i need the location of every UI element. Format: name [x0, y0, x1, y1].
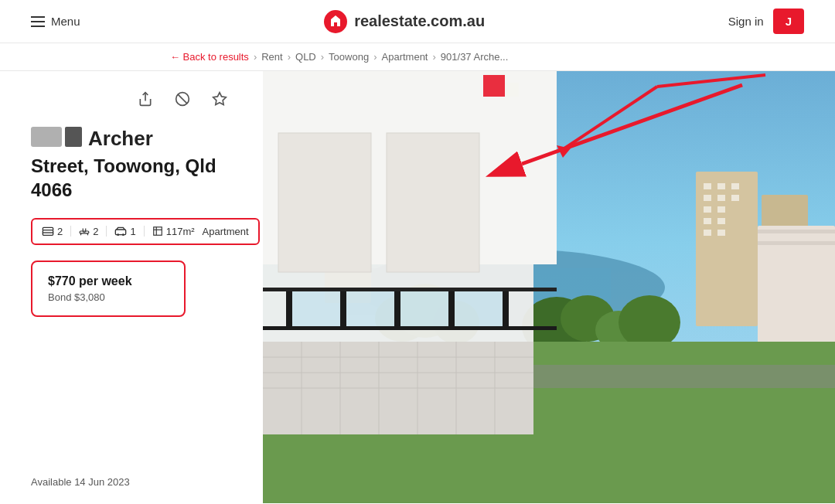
feature-divider-1 [70, 226, 71, 237]
svg-line-3 [178, 94, 187, 104]
action-icons [31, 87, 232, 111]
svg-rect-37 [717, 195, 725, 201]
breadcrumb-qld: QLD [295, 51, 316, 63]
breadcrumb-separator-3: › [321, 51, 324, 63]
svg-point-12 [122, 233, 124, 236]
svg-rect-42 [717, 218, 725, 224]
baths-count: 2 [93, 226, 98, 237]
svg-rect-71 [263, 326, 557, 330]
address-flag-block [65, 127, 82, 147]
breadcrumb-separator-4: › [373, 51, 377, 63]
svg-rect-34 [717, 183, 725, 189]
svg-rect-78 [346, 288, 394, 326]
breadcrumb-separator-5: › [432, 51, 435, 63]
svg-point-54 [619, 295, 680, 349]
header-actions: Sign in J [728, 9, 804, 34]
left-panel: Archer Street, Toowong, Qld 4066 2 [0, 71, 263, 503]
svg-rect-46 [758, 230, 835, 233]
svg-rect-38 [731, 195, 739, 201]
cars-count: 1 [130, 226, 135, 237]
beds-feature: 2 [42, 226, 63, 237]
sign-in-button[interactable]: Sign in [728, 15, 764, 28]
svg-rect-69 [278, 133, 371, 272]
svg-line-8 [81, 233, 82, 235]
svg-rect-79 [400, 288, 448, 326]
logo-icon [323, 9, 348, 34]
favorite-button[interactable] [207, 87, 232, 111]
area-feature: 117m² [152, 226, 195, 237]
available-date: Available 14 Jun 2023 [31, 476, 130, 488]
svg-point-11 [118, 233, 120, 236]
feature-divider-2 [106, 226, 107, 237]
address-blur-block [31, 127, 62, 147]
svg-rect-80 [455, 288, 503, 326]
full-address: Street, Toowong, Qld 4066 [31, 154, 232, 202]
svg-rect-41 [704, 218, 711, 224]
baths-feature: 2 [79, 226, 98, 237]
menu-label: Menu [51, 15, 80, 28]
street-name: Archer [88, 127, 153, 151]
feature-divider-3 [144, 226, 145, 237]
breadcrumb-address: 901/37 Arche... [441, 51, 508, 63]
hamburger-icon [31, 16, 45, 27]
property-address: Archer Street, Toowong, Qld 4066 [31, 127, 232, 203]
breadcrumb-separator: › [254, 51, 257, 63]
area-size: 117m² [166, 226, 195, 237]
svg-marker-4 [213, 93, 227, 105]
svg-rect-39 [704, 206, 711, 213]
svg-rect-10 [116, 230, 126, 235]
logo-text: realestate.com.au [354, 12, 485, 30]
area-icon [152, 226, 163, 237]
join-button[interactable]: J [773, 9, 804, 34]
svg-rect-76 [503, 288, 509, 330]
svg-rect-40 [717, 206, 725, 213]
block-button[interactable] [170, 87, 195, 111]
breadcrumb: ← Back to results › Rent › QLD › Toowong… [0, 43, 835, 71]
bed-icon [42, 226, 54, 237]
back-to-results-link[interactable]: ← Back to results [170, 51, 249, 63]
menu-button[interactable]: Menu [31, 15, 80, 28]
bond-text: Bond $3,080 [48, 291, 169, 303]
svg-rect-33 [704, 183, 711, 189]
price-text: $770 per week [48, 274, 169, 288]
share-button[interactable] [133, 87, 158, 111]
property-type: Apartment [203, 226, 249, 237]
price-box: $770 per week Bond $3,080 [31, 261, 186, 317]
breadcrumb-toowong: Toowong [329, 51, 369, 63]
header: Menu realestate.com.au Sign in J [0, 0, 835, 43]
svg-rect-35 [731, 183, 739, 189]
svg-rect-47 [758, 241, 835, 245]
address-number-box [31, 127, 82, 147]
property-image-panel [263, 71, 835, 503]
breadcrumb-rent: Rent [261, 51, 282, 63]
property-features: 2 2 1 [31, 218, 260, 245]
svg-rect-70 [387, 133, 479, 272]
site-logo[interactable]: realestate.com.au [323, 9, 485, 34]
svg-rect-44 [717, 230, 725, 236]
svg-rect-75 [448, 288, 455, 330]
svg-rect-36 [704, 195, 711, 201]
property-image [263, 71, 835, 503]
svg-rect-73 [340, 288, 346, 330]
bath-icon [79, 226, 90, 237]
beds-count: 2 [57, 226, 63, 237]
svg-rect-77 [292, 288, 340, 326]
svg-rect-72 [286, 288, 292, 330]
address-line1: Archer [31, 127, 232, 151]
main-content: Archer Street, Toowong, Qld 4066 2 [0, 71, 835, 503]
cars-feature: 1 [114, 226, 135, 237]
svg-rect-13 [153, 227, 162, 236]
svg-line-9 [87, 233, 88, 235]
svg-rect-81 [263, 288, 557, 291]
car-icon [114, 226, 127, 236]
breadcrumb-separator-2: › [288, 51, 291, 63]
svg-rect-74 [394, 288, 400, 330]
svg-rect-43 [704, 230, 711, 236]
breadcrumb-apartment: Apartment [382, 51, 428, 63]
